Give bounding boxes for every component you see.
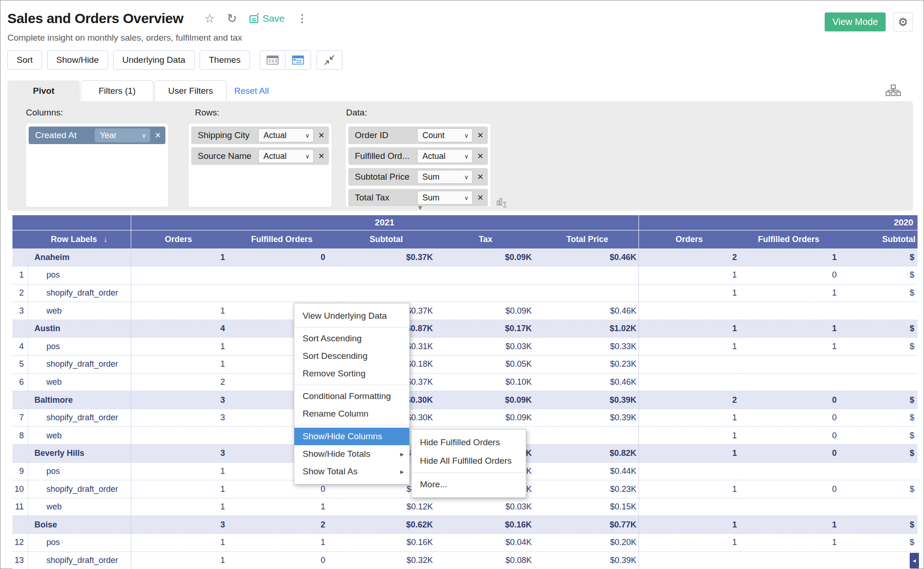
menu-item-show-hide-totals[interactable]: Show/Hide Totals▶: [294, 445, 409, 463]
menu-item-label: Show/Hide Totals: [303, 449, 400, 459]
save-button[interactable]: * Save: [249, 13, 285, 24]
value-cell-2021: 1: [131, 338, 226, 356]
column-header-row: Row Labels↓OrdersFulfilled OrdersSubtota…: [12, 230, 918, 248]
topbar: Sales and Orders Overview ☆ ↻ * Save ⋮ C…: [7, 11, 917, 48]
remove-field-icon[interactable]: ×: [318, 130, 324, 140]
value-cell-2020: 1: [638, 409, 740, 427]
favorite-star-icon[interactable]: ☆: [204, 12, 215, 24]
toolbar-button-show-hide[interactable]: Show/Hide: [47, 50, 108, 70]
menu-item-sort-descending[interactable]: Sort Descending: [294, 347, 409, 365]
value-cell-2021: $0.39K: [536, 391, 638, 409]
remove-field-icon[interactable]: ×: [477, 151, 483, 161]
field-aggregation-select[interactable]: Sum∨: [417, 191, 473, 205]
value-cell-2021: $0.04K: [435, 534, 536, 552]
remove-field-icon[interactable]: ×: [155, 130, 161, 140]
menu-item-label: Sort Descending: [303, 351, 404, 361]
column-header-2021-total-price[interactable]: Total Price: [536, 230, 638, 248]
menu-item-show-total-as[interactable]: Show Total As▶: [294, 463, 409, 480]
rows-section-label: Rows:: [195, 108, 219, 118]
tab-filters-[interactable]: Filters (1): [81, 80, 153, 101]
value-cell-2020: [638, 302, 740, 320]
show-hide-columns-submenu: Hide Fulfilled OrdersHide All Fulfilled …: [411, 429, 526, 498]
remove-field-icon[interactable]: ×: [477, 130, 483, 140]
row-number-cell: 4: [12, 338, 28, 356]
tab-pivot[interactable]: Pivot: [7, 80, 80, 101]
value-cell-2020: 1: [638, 427, 740, 445]
toolbar-button-sort[interactable]: Sort: [7, 50, 42, 70]
table-row: 6web2$0.37K$0.10K$0.46K: [12, 373, 918, 391]
column-header-2020-orders[interactable]: Orders: [638, 230, 740, 248]
remove-field-icon[interactable]: ×: [318, 151, 324, 161]
scroll-more-fields-icon[interactable]: ▼: [417, 204, 424, 212]
value-cell-2020: [740, 498, 838, 516]
column-header-2021-orders[interactable]: Orders: [131, 230, 226, 248]
menu-item-more-[interactable]: More...: [412, 475, 526, 494]
menu-item-conditional-formatting[interactable]: Conditional Formatting: [294, 387, 409, 405]
value-cell-2021: $0.09K: [435, 391, 536, 409]
value-cell-2020: [838, 373, 918, 391]
year-group-header-2020[interactable]: 2020: [638, 215, 918, 230]
page-title: Sales and Orders Overview: [7, 11, 183, 26]
collapse-panel-button[interactable]: [316, 50, 342, 70]
field-chip-order-id: Order IDCount∨×: [348, 127, 488, 144]
reset-all-link[interactable]: Reset All: [234, 86, 269, 96]
column-header-2020-subtotal[interactable]: Subtotal: [838, 230, 918, 248]
menu-item-remove-sorting[interactable]: Remove Sorting: [294, 365, 409, 382]
menu-item-hide-fulfilled-orders[interactable]: Hide Fulfilled Orders: [412, 433, 526, 452]
value-cell-2020: 1: [638, 320, 740, 338]
column-header-2021-tax[interactable]: Tax: [435, 230, 536, 248]
column-header-2021-subtotal[interactable]: Subtotal: [338, 230, 435, 248]
pivot-view-button[interactable]: [285, 50, 311, 70]
table-row: 13shopify_draft_order10$0.32K$0.08K$0.39…: [12, 551, 918, 569]
value-cell-2020: $: [838, 534, 918, 552]
tab-user-filters[interactable]: User Filters: [154, 80, 227, 101]
field-aggregation-select[interactable]: Actual∨: [417, 149, 473, 163]
more-options-kebab-icon[interactable]: ⋮: [297, 13, 308, 24]
row-number-cell: 7: [12, 409, 28, 427]
value-cell-2021: 1: [131, 498, 226, 516]
field-aggregation-select[interactable]: Sum∨: [417, 170, 473, 184]
value-cell-2021: 1: [131, 480, 226, 498]
menu-item-label: Rename Column: [303, 409, 404, 419]
menu-item-rename-column[interactable]: Rename Column: [294, 405, 409, 423]
columns-dropzone: Created AtYear∨×: [25, 123, 169, 207]
column-header-2020-fulfilled-orders[interactable]: Fulfilled Orders: [740, 230, 838, 248]
column-header-2021-fulfilled-orders[interactable]: Fulfilled Orders: [226, 230, 338, 248]
value-cell-2021: $0.23K: [536, 480, 638, 498]
toolbar-button-themes[interactable]: Themes: [200, 50, 250, 70]
value-cell-2021: $0.82K: [536, 445, 638, 463]
settings-gear-button[interactable]: ⚙: [893, 12, 913, 31]
value-cell-2021: $0.16K: [338, 534, 435, 552]
row-labels-header[interactable]: Row Labels↓: [28, 230, 131, 248]
row-label-cell: web: [28, 427, 131, 445]
value-cell-2021: $0.10K: [435, 373, 536, 391]
value-cell-2021: [338, 284, 435, 302]
year-group-header-2021[interactable]: 2021: [131, 215, 638, 230]
menu-item-view-underlying-data[interactable]: View Underlying Data: [294, 307, 409, 325]
tabs-row: PivotFilters (1)User Filters Reset All: [7, 80, 917, 101]
table-view-button[interactable]: [260, 50, 286, 70]
menu-item-hide-all-fulfilled-orders[interactable]: Hide All Fulfilled Orders: [412, 452, 526, 470]
toolbar-button-underlying-data[interactable]: Underlying Data: [113, 50, 195, 70]
view-mode-button[interactable]: View Mode: [825, 12, 886, 31]
remove-field-icon[interactable]: ×: [477, 193, 483, 203]
menu-item-label: Remove Sorting: [303, 369, 404, 379]
summary-sigma-icon[interactable]: Σ: [496, 196, 510, 210]
horizontal-scroll-indicator[interactable]: ◀: [910, 553, 919, 569]
remove-field-icon[interactable]: ×: [477, 172, 483, 182]
chevron-down-icon: ∨: [464, 194, 469, 201]
row-label-cell: pos: [28, 462, 131, 480]
field-aggregation-select[interactable]: Actual∨: [258, 149, 314, 163]
hierarchy-icon[interactable]: [885, 84, 901, 99]
value-cell-2020: $: [838, 445, 918, 463]
value-cell-2020: 1: [638, 266, 740, 284]
selected-aggregation: Actual: [422, 151, 464, 161]
value-cell-2021: $0.12K: [338, 498, 435, 516]
field-aggregation-select[interactable]: Year∨: [95, 128, 150, 142]
field-aggregation-select[interactable]: Actual∨: [258, 128, 314, 142]
refresh-icon[interactable]: ↻: [227, 12, 237, 24]
field-aggregation-select[interactable]: Count∨: [417, 128, 473, 142]
menu-item-show-hide-columns[interactable]: Show/Hide Columns: [294, 428, 409, 445]
menu-item-label: Conditional Formatting: [303, 391, 404, 401]
menu-item-sort-ascending[interactable]: Sort Ascending: [294, 330, 409, 347]
